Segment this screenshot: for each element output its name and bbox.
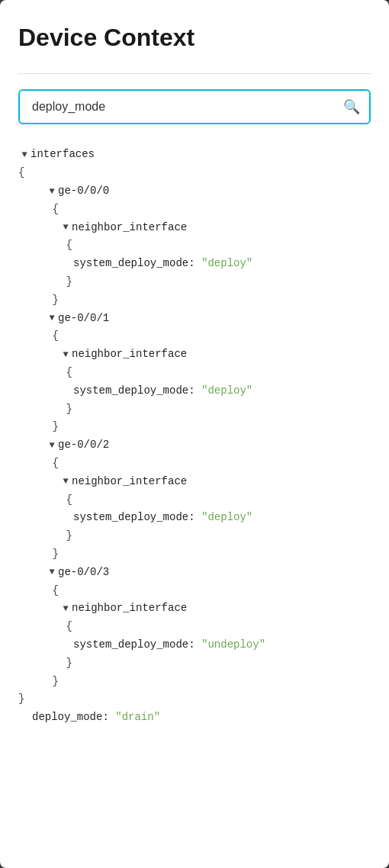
neighbor3-close-brace: } <box>18 654 371 673</box>
ge001-close-brace: } <box>18 418 371 436</box>
ge001-key: ge-0/0/1 <box>58 310 109 328</box>
deploy-mode-value: "drain" <box>115 709 160 727</box>
sdm2-key: system_deploy_mode: <box>73 509 201 527</box>
neighbor2-open-brace: { <box>18 491 371 510</box>
deploy-mode-node: deploy_mode: "drain" <box>18 709 371 727</box>
neighbor3-open-brace: { <box>18 618 371 636</box>
neighbor1-open-brace: { <box>18 364 371 382</box>
ge-0-0-1-node: ▼ ge-0/0/1 <box>18 310 371 328</box>
interfaces-node: ▼ interfaces <box>18 146 371 164</box>
system-deploy-mode-1: system_deploy_mode: "deploy" <box>18 382 371 400</box>
system-deploy-mode-0: system_deploy_mode: "deploy" <box>18 255 371 273</box>
ge002-open-brace: { <box>18 455 371 473</box>
sdm2-value: "deploy" <box>201 509 252 527</box>
neighbor1-key: neighbor_interface <box>72 346 187 364</box>
ge000-close-brace: } <box>18 291 371 310</box>
neighbor-interface-0-node: ▼ neighbor_interface <box>18 219 371 237</box>
neighbor-interface-1-node: ▼ neighbor_interface <box>18 346 371 364</box>
page-title: Device Context <box>18 23 371 52</box>
neighbor-interface-3-node: ▼ neighbor_interface <box>18 600 371 618</box>
caret-neighbor3[interactable]: ▼ <box>59 601 72 616</box>
system-deploy-mode-2: system_deploy_mode: "deploy" <box>18 509 371 527</box>
search-container: 🔍 <box>18 89 371 124</box>
neighbor0-open-brace: { <box>18 236 371 255</box>
ge000-open-brace: { <box>18 201 371 219</box>
sdm0-value: "deploy" <box>201 255 252 273</box>
interfaces-close-brace: } <box>18 690 371 709</box>
deploy-mode-key: deploy_mode <box>32 709 102 727</box>
sdm0-key: system_deploy_mode: <box>73 255 201 273</box>
tree-container: ▼ interfaces { ▼ ge-0/0/0 { ▼ neighbor_i… <box>18 146 371 727</box>
neighbor0-close-brace: } <box>18 273 371 291</box>
ge001-open-brace: { <box>18 327 371 346</box>
ge-0-0-2-node: ▼ ge-0/0/2 <box>18 436 371 455</box>
caret-interfaces[interactable]: ▼ <box>18 147 31 162</box>
ge003-key: ge-0/0/3 <box>58 564 109 582</box>
ge003-open-brace: { <box>18 582 371 600</box>
search-icon[interactable]: 🔍 <box>343 98 360 115</box>
caret-ge000[interactable]: ▼ <box>46 184 58 199</box>
sdm1-key: system_deploy_mode: <box>73 382 201 400</box>
ge-0-0-3-node: ▼ ge-0/0/3 <box>18 564 371 582</box>
neighbor0-key: neighbor_interface <box>72 219 187 237</box>
interfaces-key: interfaces <box>31 146 95 164</box>
neighbor1-close-brace: } <box>18 400 371 419</box>
interfaces-open-brace: { <box>18 164 371 182</box>
ge002-close-brace: } <box>18 545 371 564</box>
neighbor3-key: neighbor_interface <box>72 600 187 618</box>
ge-0-0-0-node: ▼ ge-0/0/0 <box>18 182 371 201</box>
system-deploy-mode-3: system_deploy_mode: "undeploy" <box>18 636 371 654</box>
sdm1-value: "deploy" <box>201 382 252 400</box>
caret-ge003[interactable]: ▼ <box>46 564 58 580</box>
divider <box>18 73 371 74</box>
ge000-key: ge-0/0/0 <box>58 182 109 201</box>
neighbor2-key: neighbor_interface <box>72 473 187 491</box>
ge003-close-brace: } <box>18 673 371 691</box>
main-card: Device Context 🔍 ▼ interfaces { ▼ ge-0/0… <box>0 0 389 868</box>
sdm3-key: system_deploy_mode: <box>73 636 201 654</box>
sdm3-value: "undeploy" <box>201 636 265 654</box>
caret-neighbor0[interactable]: ▼ <box>59 220 72 235</box>
ge002-key: ge-0/0/2 <box>58 436 109 455</box>
caret-ge001[interactable]: ▼ <box>46 310 58 326</box>
search-input[interactable] <box>18 89 371 124</box>
caret-neighbor2[interactable]: ▼ <box>59 474 72 489</box>
brace-open: { <box>18 164 24 182</box>
caret-ge002[interactable]: ▼ <box>46 438 58 453</box>
neighbor2-close-brace: } <box>18 527 371 545</box>
neighbor-interface-2-node: ▼ neighbor_interface <box>18 473 371 491</box>
caret-neighbor1[interactable]: ▼ <box>59 347 72 362</box>
